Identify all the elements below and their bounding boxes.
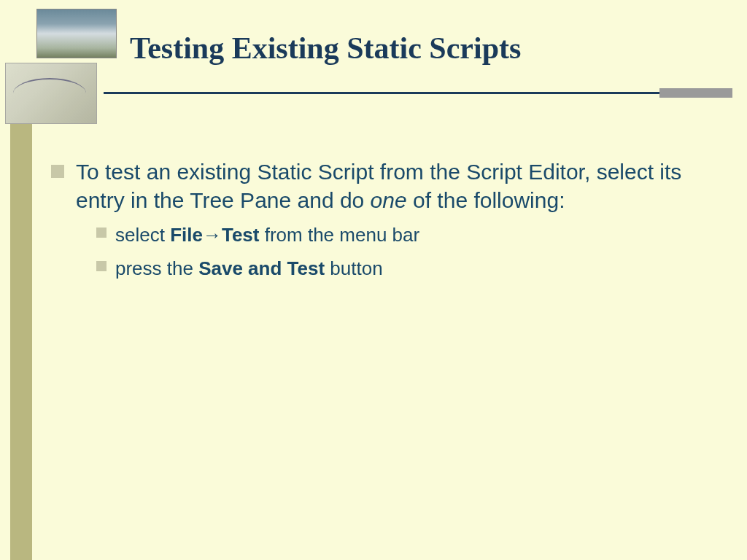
text-em: one xyxy=(371,188,407,212)
arrow-icon: → xyxy=(203,224,222,246)
sub-bullet-text: press the Save and Test button xyxy=(115,255,383,281)
main-bullet-row: To test an existing Static Script from t… xyxy=(51,158,715,214)
bullet-icon xyxy=(96,228,107,238)
main-bullet-text: To test an existing Static Script from t… xyxy=(76,158,715,214)
text-post: of the following: xyxy=(407,188,565,212)
text-bold: Test xyxy=(222,224,260,246)
text-pre: select xyxy=(115,224,170,246)
header-image-dam xyxy=(36,9,117,58)
text-post: button xyxy=(325,257,383,279)
slide-title: Testing Existing Static Scripts xyxy=(130,31,521,66)
text-bold: File xyxy=(170,224,203,246)
sub-bullet-list: select File→Test from the menu bar press… xyxy=(96,222,715,282)
sub-bullet-text: select File→Test from the menu bar xyxy=(115,222,419,248)
bullet-icon xyxy=(96,261,107,271)
title-underline xyxy=(104,92,732,94)
header-image-chart xyxy=(5,63,97,124)
text-post: from the menu bar xyxy=(259,224,419,246)
text-bold: Save and Test xyxy=(198,257,325,279)
sub-bullet-row: press the Save and Test button xyxy=(96,255,715,281)
sub-bullet-row: select File→Test from the menu bar xyxy=(96,222,715,248)
text-pre: press the xyxy=(115,257,198,279)
decorative-vertical-bar xyxy=(10,124,32,560)
slide-body: To test an existing Static Script from t… xyxy=(51,158,715,289)
title-end-cap xyxy=(659,88,732,98)
bullet-icon xyxy=(51,165,64,178)
